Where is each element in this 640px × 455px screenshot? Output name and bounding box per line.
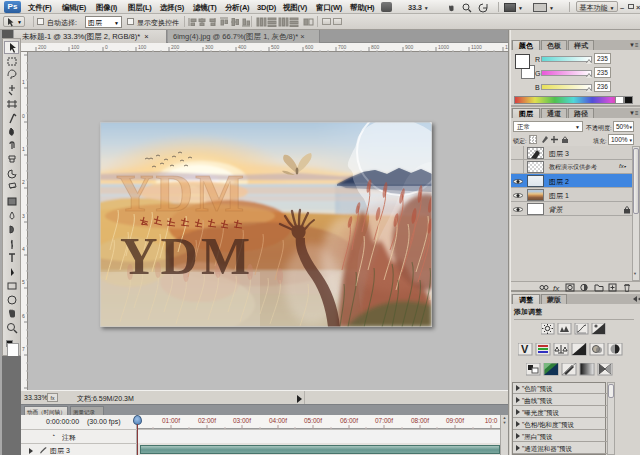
svg-text:06:00f: 06:00f bbox=[340, 417, 358, 424]
svg-text:700: 700 bbox=[338, 44, 347, 50]
svg-text:900: 900 bbox=[405, 44, 414, 50]
svg-text:200: 200 bbox=[171, 44, 180, 50]
svg-text:1100: 1100 bbox=[471, 44, 482, 50]
svg-text:05:00f: 05:00f bbox=[304, 417, 322, 424]
svg-text:600: 600 bbox=[305, 44, 314, 50]
svg-text:5: 5 bbox=[22, 279, 25, 285]
svg-text:4: 4 bbox=[22, 246, 25, 252]
svg-text:YDM: YDM bbox=[116, 165, 246, 222]
svg-text:400: 400 bbox=[238, 44, 247, 50]
svg-text:2: 2 bbox=[22, 179, 25, 185]
svg-text:08:00f: 08:00f bbox=[411, 417, 429, 424]
svg-text:100: 100 bbox=[71, 44, 80, 50]
svg-text:100: 100 bbox=[138, 44, 147, 50]
svg-text:04:00f: 04:00f bbox=[269, 417, 287, 424]
svg-text:1: 1 bbox=[22, 79, 25, 85]
svg-text:0: 0 bbox=[105, 44, 108, 50]
svg-text:02:00f: 02:00f bbox=[198, 417, 216, 424]
svg-text:1000: 1000 bbox=[438, 44, 449, 50]
svg-text:200: 200 bbox=[38, 44, 47, 50]
svg-text:3: 3 bbox=[22, 213, 25, 219]
svg-text:0: 0 bbox=[22, 113, 25, 119]
svg-text:500: 500 bbox=[271, 44, 280, 50]
svg-text:800: 800 bbox=[371, 44, 380, 50]
svg-text:6: 6 bbox=[22, 313, 25, 319]
svg-text:1: 1 bbox=[22, 146, 25, 152]
svg-text:10:0: 10:0 bbox=[485, 417, 498, 424]
svg-text:300: 300 bbox=[205, 44, 214, 50]
svg-text:fx: fx bbox=[553, 284, 560, 293]
svg-text:V: V bbox=[521, 343, 529, 355]
svg-text:09:00f: 09:00f bbox=[446, 417, 464, 424]
svg-text:01:00f: 01:00f bbox=[162, 417, 180, 424]
svg-text:YDM: YDM bbox=[120, 228, 253, 285]
svg-text:7: 7 bbox=[22, 346, 25, 352]
svg-text:03:00f: 03:00f bbox=[233, 417, 251, 424]
svg-text:07:00f: 07:00f bbox=[375, 417, 393, 424]
